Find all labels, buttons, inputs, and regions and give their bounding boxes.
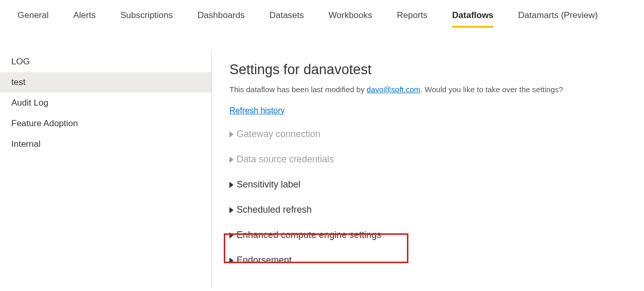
section-data-source-credentials[interactable]: Data source credentials (229, 154, 644, 165)
section-label: Data source credentials (237, 154, 334, 165)
section-scheduled-refresh[interactable]: Scheduled refresh (229, 204, 644, 215)
tab-label: Dataflows (452, 10, 493, 20)
tab-label: General (17, 10, 48, 20)
section-label: Scheduled refresh (237, 204, 312, 215)
tab-datasets[interactable]: Datasets (270, 10, 304, 28)
owner-email-link[interactable]: davo@soft.com (367, 85, 420, 94)
tab-subscriptions[interactable]: Subscriptions (120, 10, 173, 28)
caret-right-icon (229, 207, 234, 213)
tab-datamarts[interactable]: Datamarts (Preview) (518, 10, 598, 28)
tab-label: Datasets (270, 10, 304, 20)
sidebar-item-audit-log[interactable]: Audit Log (0, 93, 211, 113)
sidebar-item-label: Audit Log (11, 98, 48, 108)
subtext-prefix: This dataflow has been last modified by (229, 85, 367, 94)
caret-right-icon (229, 182, 234, 188)
caret-right-icon (229, 232, 234, 238)
tab-label: Reports (397, 10, 428, 20)
tab-workbooks[interactable]: Workbooks (329, 10, 372, 28)
section-sensitivity-label[interactable]: Sensitivity label (229, 179, 644, 190)
page-title: Settings for danavotest (229, 62, 644, 78)
sidebar-item-log[interactable]: LOG (0, 52, 211, 72)
section-label: Endorsement (237, 255, 292, 266)
tab-label: Alerts (73, 10, 95, 20)
tab-dashboards[interactable]: Dashboards (198, 10, 245, 28)
tab-label: Workbooks (329, 10, 372, 20)
sidebar-item-test[interactable]: test (0, 72, 211, 93)
page-subtext: This dataflow has been last modified by … (229, 85, 644, 94)
section-label: Sensitivity label (237, 179, 300, 190)
section-endorsement[interactable]: Endorsement (229, 255, 644, 266)
sidebar-item-feature-adoption[interactable]: Feature Adoption (0, 113, 211, 134)
tab-label: Datamarts (Preview) (518, 10, 598, 20)
sidebar-item-label: test (11, 77, 25, 87)
subtext-suffix: . Would you like to take over the settin… (420, 85, 563, 94)
sidebar-item-label: LOG (11, 57, 30, 66)
tab-dataflows[interactable]: Dataflows (452, 10, 493, 28)
topnav: General Alerts Subscriptions Dashboards … (0, 0, 644, 28)
sidebar-item-label: Internal (11, 139, 41, 149)
section-label: Gateway connection (237, 129, 320, 140)
sidebar: LOG test Audit Log Feature Adoption Inte… (0, 52, 212, 288)
tab-general[interactable]: General (17, 10, 48, 28)
settings-sections: Gateway connection Data source credentia… (229, 129, 644, 266)
section-gateway-connection[interactable]: Gateway connection (229, 129, 644, 140)
tab-label: Dashboards (198, 10, 245, 20)
caret-right-icon (229, 157, 234, 163)
tab-label: Subscriptions (120, 10, 173, 20)
section-label: Enhanced compute engine settings (237, 230, 381, 241)
sidebar-item-label: Feature Adoption (11, 118, 78, 128)
caret-right-icon (229, 258, 234, 264)
caret-right-icon (229, 131, 234, 138)
main-content: Settings for danavotest This dataflow ha… (212, 52, 644, 288)
section-enhanced-compute-engine[interactable]: Enhanced compute engine settings (229, 230, 644, 241)
tab-alerts[interactable]: Alerts (73, 10, 95, 28)
refresh-history-link[interactable]: Refresh history (229, 106, 285, 115)
tab-reports[interactable]: Reports (397, 10, 428, 28)
sidebar-item-internal[interactable]: Internal (0, 134, 211, 155)
